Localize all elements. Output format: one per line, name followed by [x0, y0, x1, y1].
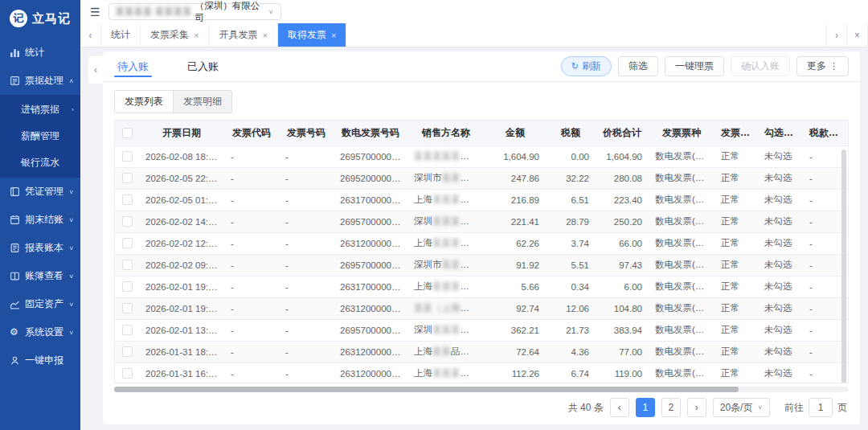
sidebar-item-bank-flow[interactable]: 银行流水 [0, 149, 80, 176]
row-checkbox[interactable] [122, 281, 133, 292]
one-click-sort-button[interactable]: 一键理票 [665, 56, 724, 76]
page-size-select[interactable]: 20条/页 ∨ [713, 398, 770, 417]
row-checkbox[interactable] [122, 346, 133, 357]
cell-invoice-date: 2026-02-08 18:51:39 [139, 145, 224, 167]
col-tax: 税额 [546, 121, 596, 145]
sidebar-item-fixed-assets[interactable]: 固定资产 ∨ [0, 290, 80, 318]
cell-invoice-number: - [279, 145, 334, 167]
sidebar-item-bills[interactable]: 票据处理 ∧ [0, 67, 80, 95]
tab-invoice-collection[interactable]: 发票采集 × [141, 23, 209, 47]
button-label: 刷新 [582, 59, 601, 73]
sidebar-item-ledger[interactable]: 账簿查看 ∨ [0, 262, 80, 290]
sidebar-item-payroll[interactable]: 薪酬管理 [0, 123, 80, 149]
cell-invoice-date: 2026-02-01 13:32:02 [139, 319, 224, 341]
tab-pending-entry[interactable]: 待入账 [114, 51, 152, 82]
row-checkbox[interactable] [122, 238, 133, 248]
sidebar-item-reports[interactable]: 报表账本 ∨ [0, 234, 80, 262]
company-select[interactable]: 某某某某 某某某某 （深圳）有限公司 ∨ [108, 3, 281, 20]
cell-digital-invoice-number: 2695700000004... [334, 319, 407, 341]
cell-invoice-date: 2026-01-31 18:01:17 [139, 341, 224, 362]
tabs-scroll-left-icon[interactable]: ‹ [80, 23, 101, 47]
cell-total-with-tax: 104.80 [596, 297, 649, 319]
refresh-button[interactable]: ↻ 刷新 [561, 56, 612, 76]
cell-invoice-number: - [279, 319, 334, 341]
prev-page-button[interactable]: ‹ [610, 398, 629, 417]
row-checkbox[interactable] [122, 195, 133, 205]
cell-invoice-code: - [224, 167, 279, 189]
cell-invoice-type: 数电发票(普通... [649, 254, 714, 276]
tab-stats[interactable]: 统计 [101, 23, 141, 47]
cell-invoice-type: 数电发票(普通... [649, 211, 714, 232]
cell-invoice-number: - [279, 276, 334, 297]
row-checkbox[interactable] [122, 260, 133, 270]
cell-invoice-type: 数电发票(普通... [649, 297, 714, 319]
sidebar-item-voucher[interactable]: 凭证管理 ∨ [0, 178, 80, 206]
sidebar-item-stats[interactable]: 统计 [0, 39, 80, 67]
seller-prefix: 深圳市 [414, 173, 442, 182]
cell-total-with-tax: 6.00 [596, 276, 649, 297]
row-checkbox[interactable] [122, 368, 133, 379]
sidebar-subitem-label: 银行流水 [21, 156, 74, 170]
sidebar-item-one-click-declare[interactable]: 一键申报 [0, 346, 80, 375]
next-page-button[interactable]: › [687, 398, 706, 417]
cell-invoice-number: - [279, 232, 334, 254]
cell-invoice-code: - [224, 362, 279, 383]
row-checkbox[interactable] [122, 303, 133, 313]
table-row: 2026-02-01 19:48:48 - - 2631200000062...… [115, 297, 849, 319]
sidebar-item-period-close[interactable]: 期末结账 ∨ [0, 206, 80, 234]
close-icon[interactable]: × [262, 31, 267, 40]
tab-issue-invoice[interactable]: 开具发票 × [209, 23, 277, 47]
chevron-down-icon: ∨ [268, 9, 274, 15]
cell-invoice-code: - [224, 211, 279, 232]
horizontal-scrollbar-thumb[interactable] [114, 387, 739, 392]
cell-tax: 28.79 [546, 211, 596, 232]
more-dots-icon: ⋮ [829, 61, 838, 72]
cell-invoice-type: 数电发票(普通... [649, 189, 714, 211]
close-icon[interactable]: × [331, 31, 336, 40]
collapse-menu-icon[interactable]: ☰ [90, 6, 100, 18]
goto-page-input[interactable] [809, 398, 833, 417]
cell-tax: 4.36 [546, 341, 596, 362]
close-icon[interactable]: × [194, 31, 199, 40]
sidebar-item-label: 系统设置 [25, 326, 63, 339]
tab-entered[interactable]: 已入账 [184, 51, 222, 82]
tab-obtained-invoice[interactable]: 取得发票 × [278, 23, 346, 47]
subtab-invoice-detail[interactable]: 发票明细 [173, 91, 231, 113]
tabs-scroll-right-icon[interactable]: › [826, 23, 847, 47]
chevron-up-icon: ∧ [68, 78, 74, 84]
brand-logo-icon: 记 [10, 10, 27, 27]
row-checkbox[interactable] [122, 325, 133, 335]
table-row: 2026-02-02 14:24:32 - - 2695700000004...… [115, 211, 849, 232]
page-button-1[interactable]: 1 [636, 398, 655, 417]
filter-button[interactable]: 筛选 [618, 56, 658, 76]
cell-total-with-tax: 1,604.90 [596, 145, 649, 167]
select-all-checkbox[interactable] [122, 128, 133, 138]
row-checkbox[interactable] [122, 151, 133, 162]
cell-invoice-number: - [279, 211, 334, 232]
cell-seller-name: 上海某某某某有... [407, 362, 485, 383]
cell-tax: 3.74 [546, 232, 596, 254]
cell-invoice-date: 2026-02-02 14:24:32 [139, 211, 224, 232]
vertical-scrollbar[interactable] [841, 149, 846, 383]
row-checkbox[interactable] [122, 216, 133, 227]
company-name-masked: 某某某某 某某某某 [116, 6, 192, 18]
seller-suffix: 有... [469, 368, 485, 378]
row-checkbox[interactable] [122, 173, 133, 183]
subtab-invoice-list[interactable]: 发票列表 [115, 91, 173, 113]
cell-digital-invoice-number: 2631700000038... [334, 276, 407, 297]
sidebar-item-purchase-sale-bills[interactable]: 进销票据 › [0, 96, 80, 123]
sidebar-item-label: 账簿查看 [25, 269, 63, 283]
table-row: 2026-02-05 22:54:21 - - 2695200000049...… [115, 167, 849, 189]
cell-invoice-status: 正常 [714, 362, 758, 383]
panel-collapse-handle[interactable]: ‹ [88, 56, 103, 84]
gear-icon: ⚙ [10, 327, 20, 338]
chevron-down-icon: ∨ [757, 404, 763, 411]
cell-digital-invoice-number: 2631700000054... [334, 189, 407, 211]
page-button-2[interactable]: 2 [661, 398, 681, 417]
cell-check-status: 未勾选 [758, 145, 803, 167]
confirm-entry-button[interactable]: 确认入账 [731, 56, 790, 76]
sidebar-item-settings[interactable]: ⚙ 系统设置 ∨ [0, 318, 80, 346]
table-row: 2026-02-02 12:43:31 - - 2631200000063...… [115, 232, 849, 254]
more-button[interactable]: 更多 ⋮ [796, 56, 849, 76]
tabs-close-all-icon[interactable]: × [847, 23, 868, 47]
